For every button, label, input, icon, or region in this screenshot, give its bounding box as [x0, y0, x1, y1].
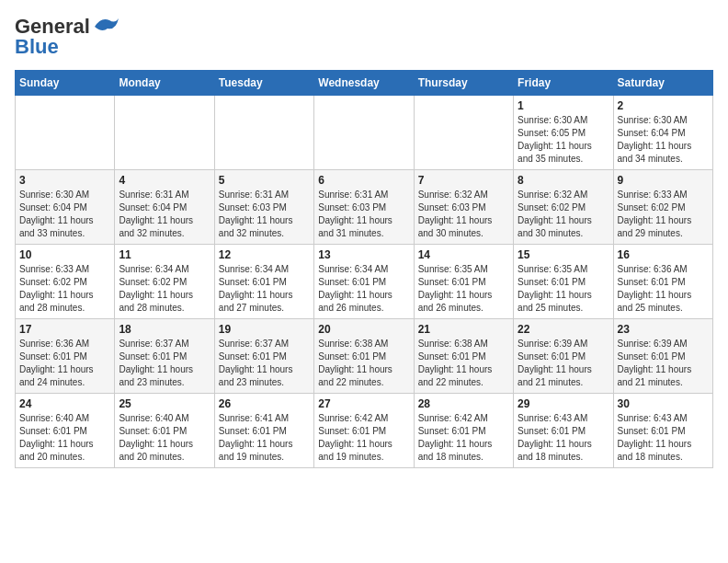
day-info: Sunrise: 6:37 AM Sunset: 6:01 PM Dayligh…: [119, 338, 210, 389]
day-number: 18: [119, 323, 210, 336]
day-info: Sunrise: 6:41 AM Sunset: 6:01 PM Dayligh…: [219, 412, 310, 464]
day-cell: 4Sunrise: 6:31 AM Sunset: 6:04 PM Daylig…: [115, 170, 214, 245]
day-cell: 6Sunrise: 6:31 AM Sunset: 6:03 PM Daylig…: [314, 170, 414, 245]
day-info: Sunrise: 6:36 AM Sunset: 6:01 PM Dayligh…: [19, 338, 110, 389]
day-cell: 12Sunrise: 6:34 AM Sunset: 6:01 PM Dayli…: [214, 245, 313, 319]
day-info: Sunrise: 6:31 AM Sunset: 6:03 PM Dayligh…: [219, 189, 310, 240]
day-cell: 30Sunrise: 6:43 AM Sunset: 6:01 PM Dayli…: [613, 394, 712, 468]
weekday-header-monday: Monday: [115, 71, 214, 96]
day-cell: 25Sunrise: 6:40 AM Sunset: 6:01 PM Dayli…: [115, 394, 214, 468]
day-cell: [314, 96, 414, 170]
day-info: Sunrise: 6:35 AM Sunset: 6:01 PM Dayligh…: [518, 263, 609, 315]
logo-blue-text: Blue: [15, 35, 59, 59]
day-info: Sunrise: 6:42 AM Sunset: 6:01 PM Dayligh…: [418, 412, 509, 464]
day-number: 22: [518, 323, 609, 336]
day-cell: 7Sunrise: 6:32 AM Sunset: 6:03 PM Daylig…: [414, 170, 513, 245]
day-info: Sunrise: 6:30 AM Sunset: 6:04 PM Dayligh…: [19, 189, 110, 240]
weekday-header-thursday: Thursday: [414, 71, 513, 96]
day-cell: 8Sunrise: 6:32 AM Sunset: 6:02 PM Daylig…: [514, 170, 613, 245]
day-cell: 1Sunrise: 6:30 AM Sunset: 6:05 PM Daylig…: [514, 96, 613, 170]
day-cell: 27Sunrise: 6:42 AM Sunset: 6:01 PM Dayli…: [314, 394, 414, 468]
day-number: 21: [418, 323, 509, 336]
day-number: 27: [318, 397, 409, 410]
calendar-table: SundayMondayTuesdayWednesdayThursdayFrid…: [15, 70, 713, 468]
day-number: 10: [19, 248, 110, 261]
day-cell: 16Sunrise: 6:36 AM Sunset: 6:01 PM Dayli…: [613, 245, 712, 319]
week-row-3: 10Sunrise: 6:33 AM Sunset: 6:02 PM Dayli…: [16, 245, 713, 319]
day-number: 14: [418, 248, 509, 261]
day-info: Sunrise: 6:35 AM Sunset: 6:01 PM Dayligh…: [418, 263, 509, 315]
header: General Blue: [15, 15, 713, 59]
day-number: 4: [119, 174, 210, 187]
day-info: Sunrise: 6:40 AM Sunset: 6:01 PM Dayligh…: [19, 412, 110, 464]
day-number: 1: [518, 99, 609, 112]
day-cell: 23Sunrise: 6:39 AM Sunset: 6:01 PM Dayli…: [613, 319, 712, 394]
day-cell: 3Sunrise: 6:30 AM Sunset: 6:04 PM Daylig…: [16, 170, 115, 245]
day-number: 15: [518, 248, 609, 261]
day-info: Sunrise: 6:30 AM Sunset: 6:05 PM Dayligh…: [518, 114, 609, 166]
day-number: 13: [318, 248, 409, 261]
logo: General Blue: [15, 15, 119, 59]
day-cell: 13Sunrise: 6:34 AM Sunset: 6:01 PM Dayli…: [314, 245, 414, 319]
week-row-2: 3Sunrise: 6:30 AM Sunset: 6:04 PM Daylig…: [16, 170, 713, 245]
day-info: Sunrise: 6:34 AM Sunset: 6:01 PM Dayligh…: [318, 263, 409, 315]
day-cell: 9Sunrise: 6:33 AM Sunset: 6:02 PM Daylig…: [613, 170, 712, 245]
day-cell: 11Sunrise: 6:34 AM Sunset: 6:02 PM Dayli…: [115, 245, 214, 319]
day-number: 2: [618, 99, 709, 112]
day-cell: 15Sunrise: 6:35 AM Sunset: 6:01 PM Dayli…: [514, 245, 613, 319]
week-row-4: 17Sunrise: 6:36 AM Sunset: 6:01 PM Dayli…: [16, 319, 713, 394]
day-cell: [414, 96, 513, 170]
day-info: Sunrise: 6:31 AM Sunset: 6:04 PM Dayligh…: [119, 189, 210, 240]
day-cell: 22Sunrise: 6:39 AM Sunset: 6:01 PM Dayli…: [514, 319, 613, 394]
day-info: Sunrise: 6:31 AM Sunset: 6:03 PM Dayligh…: [318, 189, 409, 240]
day-number: 3: [19, 174, 110, 187]
day-info: Sunrise: 6:34 AM Sunset: 6:01 PM Dayligh…: [219, 263, 310, 315]
day-info: Sunrise: 6:43 AM Sunset: 6:01 PM Dayligh…: [618, 412, 709, 464]
weekday-header-tuesday: Tuesday: [214, 71, 313, 96]
day-cell: 19Sunrise: 6:37 AM Sunset: 6:01 PM Dayli…: [214, 319, 313, 394]
day-cell: 5Sunrise: 6:31 AM Sunset: 6:03 PM Daylig…: [214, 170, 313, 245]
day-info: Sunrise: 6:33 AM Sunset: 6:02 PM Dayligh…: [19, 263, 110, 315]
day-info: Sunrise: 6:33 AM Sunset: 6:02 PM Dayligh…: [618, 189, 709, 240]
day-cell: 29Sunrise: 6:43 AM Sunset: 6:01 PM Dayli…: [514, 394, 613, 468]
day-info: Sunrise: 6:37 AM Sunset: 6:01 PM Dayligh…: [219, 338, 310, 389]
day-number: 17: [19, 323, 110, 336]
day-cell: 26Sunrise: 6:41 AM Sunset: 6:01 PM Dayli…: [214, 394, 313, 468]
day-info: Sunrise: 6:42 AM Sunset: 6:01 PM Dayligh…: [318, 412, 409, 464]
weekday-header-wednesday: Wednesday: [314, 71, 414, 96]
day-info: Sunrise: 6:39 AM Sunset: 6:01 PM Dayligh…: [518, 338, 609, 389]
day-cell: [115, 96, 214, 170]
day-number: 7: [418, 174, 509, 187]
day-number: 8: [518, 174, 609, 187]
day-info: Sunrise: 6:40 AM Sunset: 6:01 PM Dayligh…: [119, 412, 210, 464]
day-cell: 10Sunrise: 6:33 AM Sunset: 6:02 PM Dayli…: [16, 245, 115, 319]
day-number: 12: [219, 248, 310, 261]
day-info: Sunrise: 6:43 AM Sunset: 6:01 PM Dayligh…: [518, 412, 609, 464]
day-cell: 20Sunrise: 6:38 AM Sunset: 6:01 PM Dayli…: [314, 319, 414, 394]
day-info: Sunrise: 6:34 AM Sunset: 6:02 PM Dayligh…: [119, 263, 210, 315]
day-number: 9: [618, 174, 709, 187]
weekday-header-row: SundayMondayTuesdayWednesdayThursdayFrid…: [16, 71, 713, 96]
day-number: 23: [618, 323, 709, 336]
weekday-header-sunday: Sunday: [16, 71, 115, 96]
day-cell: 2Sunrise: 6:30 AM Sunset: 6:04 PM Daylig…: [613, 96, 712, 170]
day-cell: [214, 96, 313, 170]
day-number: 26: [219, 397, 310, 410]
day-cell: 21Sunrise: 6:38 AM Sunset: 6:01 PM Dayli…: [414, 319, 513, 394]
day-cell: 14Sunrise: 6:35 AM Sunset: 6:01 PM Dayli…: [414, 245, 513, 319]
day-number: 20: [318, 323, 409, 336]
day-cell: 24Sunrise: 6:40 AM Sunset: 6:01 PM Dayli…: [16, 394, 115, 468]
day-number: 30: [618, 397, 709, 410]
day-cell: 17Sunrise: 6:36 AM Sunset: 6:01 PM Dayli…: [16, 319, 115, 394]
day-cell: 18Sunrise: 6:37 AM Sunset: 6:01 PM Dayli…: [115, 319, 214, 394]
day-info: Sunrise: 6:38 AM Sunset: 6:01 PM Dayligh…: [318, 338, 409, 389]
day-number: 29: [518, 397, 609, 410]
day-number: 28: [418, 397, 509, 410]
day-info: Sunrise: 6:38 AM Sunset: 6:01 PM Dayligh…: [418, 338, 509, 389]
day-info: Sunrise: 6:32 AM Sunset: 6:02 PM Dayligh…: [518, 189, 609, 240]
day-info: Sunrise: 6:30 AM Sunset: 6:04 PM Dayligh…: [618, 114, 709, 166]
day-number: 24: [19, 397, 110, 410]
logo-bird-icon: [92, 16, 119, 38]
weekday-header-friday: Friday: [514, 71, 613, 96]
week-row-5: 24Sunrise: 6:40 AM Sunset: 6:01 PM Dayli…: [16, 394, 713, 468]
